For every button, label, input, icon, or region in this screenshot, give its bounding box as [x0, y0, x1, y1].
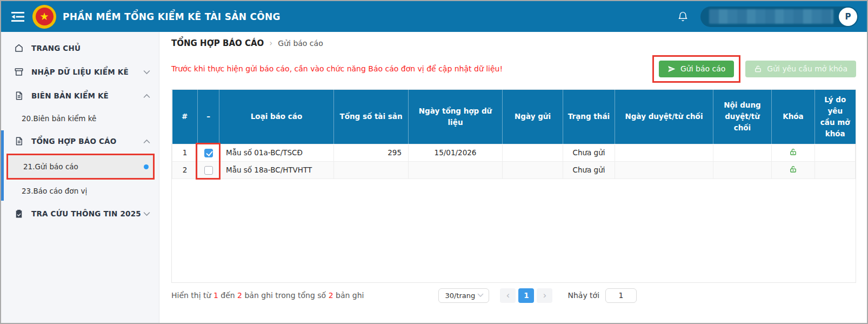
- app-header: PHẦN MỀM TỔNG KIỂM KÊ TÀI SẢN CÔNG P: [1, 1, 867, 32]
- app-window: PHẦN MỀM TỔNG KIỂM KÊ TÀI SẢN CÔNG P TRA…: [0, 0, 868, 324]
- table-header-row: # – Loại báo cáo Tổng số tài sản Ngày tổ…: [172, 90, 856, 144]
- sidebar-toggle-icon[interactable]: [11, 11, 25, 23]
- sidebar-group-tong-hop-bao-cao: TỔNG HỢP BÁO CÁO 21.Gửi báo cáo 23.Báo c…: [1, 129, 159, 202]
- cell-tong-so-tai-san: 295: [334, 144, 409, 161]
- sidebar-item-trang-chu[interactable]: TRANG CHỦ: [1, 36, 159, 60]
- cell-checkbox: [198, 144, 219, 161]
- cell-ngay-gui: [503, 144, 563, 161]
- document-icon: [14, 136, 24, 146]
- jump-page-input[interactable]: [605, 288, 637, 303]
- table-row: 1 Mẫu số 01a-BC/TSCĐ 295 15/01/2026 Chưa…: [172, 144, 856, 161]
- sidebar-item-label: TRANG CHỦ: [31, 44, 81, 52]
- document-icon: [14, 91, 24, 101]
- column-header-ngay-tong-hop: Ngày tổng hợp dữ liệu: [409, 90, 503, 144]
- active-indicator-dot: [144, 164, 149, 169]
- archive-box-icon: [14, 67, 24, 77]
- cell-khoa: [772, 161, 815, 178]
- prev-page-button[interactable]: ‹: [500, 288, 516, 303]
- report-table-container: # – Loại báo cáo Tổng số tài sản Ngày tổ…: [171, 89, 856, 283]
- pagination-summary: Hiển thị từ 1 đến 2 bản ghi trong tổng s…: [171, 291, 364, 300]
- breadcrumb-section[interactable]: TỔNG HỢP BÁO CÁO: [171, 38, 264, 48]
- report-table: # – Loại báo cáo Tổng số tài sản Ngày tổ…: [172, 90, 856, 179]
- annotation-box-sidebar-gui-bao-cao: 21.Gửi báo cáo: [6, 154, 155, 180]
- column-header-stt: #: [172, 90, 198, 144]
- unlock-icon[interactable]: [789, 148, 797, 156]
- send-report-label: Gửi báo cáo: [680, 64, 725, 73]
- row-checkbox[interactable]: [204, 149, 213, 157]
- app-title: PHẦN MỀM TỔNG KIỂM KÊ TÀI SẢN CÔNG: [63, 11, 281, 22]
- request-unlock-label: Gửi yêu cầu mở khóa: [767, 64, 847, 73]
- home-icon: [14, 43, 24, 53]
- column-header-noi-dung-duyet: Nội dung duyệt/từ chối: [713, 90, 772, 144]
- cell-stt: 1: [172, 144, 198, 161]
- notification-bell-icon[interactable]: [677, 10, 689, 23]
- cell-noi-dung-duyet: [713, 144, 772, 161]
- cell-stt: 2: [172, 161, 198, 178]
- sidebar-subitem-label: 23.Báo cáo đơn vị: [22, 187, 87, 195]
- sidebar-subitem-21-gui-bao-cao[interactable]: 21.Gửi báo cáo: [8, 155, 153, 178]
- current-page-button[interactable]: 1: [518, 288, 534, 303]
- cell-ngay-tong-hop: [409, 161, 503, 178]
- cell-loai-bao-cao: Mẫu số 18a-BC/HTVHTT: [219, 161, 334, 178]
- column-header-khoa: Khóa: [772, 90, 815, 144]
- column-header-ly-do-mo-khoa: Lý do yêu cầu mở khóa: [815, 90, 856, 144]
- actions-row: Trước khi thực hiện gửi báo cáo, cần vào…: [171, 55, 856, 83]
- next-page-button[interactable]: ›: [537, 288, 552, 303]
- sidebar: TRANG CHỦ NHẬP DỮ LIỆU KIỂM KÊ BIÊN BẢN …: [1, 32, 159, 323]
- column-header-ngay-duyet-tu-choi: Ngày duyệt/từ chối: [615, 90, 713, 144]
- cell-ngay-duyet-tu-choi: [615, 161, 713, 178]
- send-report-button[interactable]: Gửi báo cáo: [659, 61, 734, 77]
- send-icon: [667, 65, 676, 73]
- user-account-pill[interactable]: P: [700, 6, 858, 27]
- pager: ‹ 1 ›: [500, 288, 552, 303]
- unlock-icon[interactable]: [789, 165, 797, 174]
- cell-ly-do: [815, 161, 856, 178]
- chevron-down-icon: [143, 211, 150, 216]
- chevron-down-icon: [143, 70, 150, 75]
- user-name-redacted: [709, 9, 833, 24]
- cell-loai-bao-cao: Mẫu số 01a-BC/TSCĐ: [219, 144, 334, 161]
- cell-ngay-gui: [503, 161, 563, 178]
- sidebar-subitem-label: 20.Biên bản kiểm kê: [22, 114, 96, 123]
- sidebar-item-tong-hop-bao-cao[interactable]: TỔNG HỢP BÁO CÁO: [1, 129, 159, 153]
- cell-trang-thai: Chưa gửi: [563, 161, 615, 178]
- cell-khoa: [772, 144, 815, 161]
- emblem-star-icon: [36, 8, 54, 25]
- sidebar-subitem-20-bien-ban-kiem-ke[interactable]: 20.Biên bản kiểm kê: [1, 108, 159, 129]
- pagination-bar: Hiển thị từ 1 đến 2 bản ghi trong tổng s…: [171, 288, 856, 303]
- sidebar-item-tra-cuu-thong-tin-2025[interactable]: TRA CỨU THÔNG TIN 2025: [1, 202, 159, 226]
- request-unlock-button[interactable]: Gửi yêu cầu mở khóa: [745, 61, 856, 77]
- cell-checkbox: [198, 161, 219, 178]
- notice-text: Trước khi thực hiện gửi báo cáo, cần vào…: [171, 64, 652, 73]
- clipboard-check-icon: [14, 209, 24, 219]
- sidebar-item-label: BIÊN BẢN KIỂM KÊ: [31, 91, 109, 100]
- breadcrumb: TỔNG HỢP BÁO CÁO › Gửi báo cáo: [171, 37, 856, 49]
- user-avatar[interactable]: P: [839, 8, 857, 26]
- main-content: TỔNG HỢP BÁO CÁO › Gửi báo cáo Trước khi…: [159, 32, 867, 323]
- sidebar-subitem-23-bao-cao-don-vi[interactable]: 23.Báo cáo đơn vị: [1, 180, 159, 202]
- cell-ngay-duyet-tu-choi: [615, 144, 713, 161]
- sidebar-subitem-label: 21.Gửi báo cáo: [23, 162, 78, 171]
- breadcrumb-page: Gửi báo cáo: [278, 39, 323, 48]
- chevron-down-icon: [477, 293, 484, 297]
- column-header-ngay-gui: Ngày gửi: [503, 90, 563, 144]
- national-emblem-logo: [32, 5, 56, 29]
- cell-tong-so-tai-san: [334, 161, 409, 178]
- chevron-up-icon: [143, 139, 150, 144]
- table-row: 2 Mẫu số 18a-BC/HTVHTT Chưa gửi: [172, 161, 856, 178]
- cell-noi-dung-duyet: [713, 161, 772, 178]
- sidebar-item-nhap-du-lieu-kiem-ke[interactable]: NHẬP DỮ LIỆU KIỂM KÊ: [1, 60, 159, 84]
- page-size-select[interactable]: 30/trang: [438, 288, 489, 303]
- page-size-value: 30/trang: [445, 292, 475, 300]
- sidebar-item-label: TỔNG HỢP BÁO CÁO: [31, 137, 116, 146]
- sidebar-item-bien-ban-kiem-ke[interactable]: BIÊN BẢN KIỂM KÊ: [1, 84, 159, 108]
- sidebar-item-label: NHẬP DỮ LIỆU KIỂM KÊ: [31, 68, 129, 76]
- column-header-tong-so-tai-san: Tổng số tài sản: [334, 90, 409, 144]
- jump-to-label: Nhảy tới: [567, 291, 599, 300]
- breadcrumb-separator-icon: ›: [269, 38, 272, 48]
- column-header-loai-bao-cao: Loại báo cáo: [219, 90, 334, 144]
- chevron-up-icon: [143, 94, 150, 98]
- sidebar-item-label: TRA CỨU THÔNG TIN 2025: [31, 209, 141, 218]
- cell-ly-do: [815, 144, 856, 161]
- row-checkbox[interactable]: [204, 166, 213, 175]
